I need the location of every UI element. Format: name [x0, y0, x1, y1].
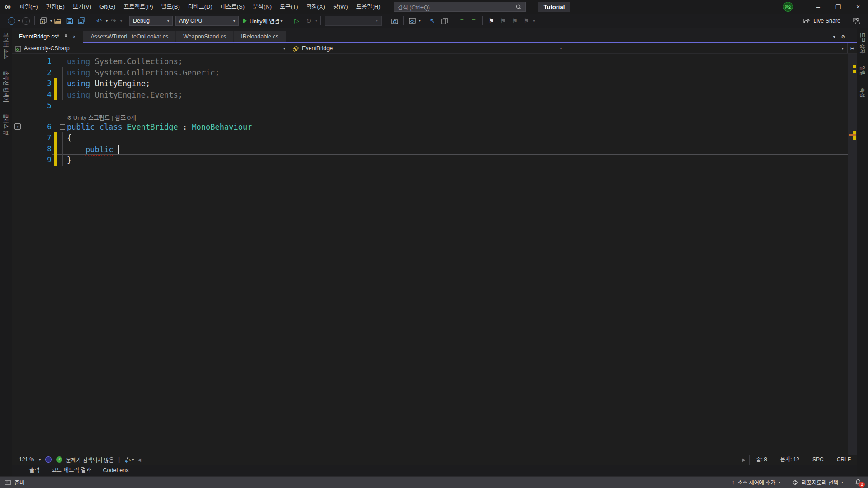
- code-text[interactable]: public: [52, 144, 848, 155]
- maximize-button[interactable]: ❐: [828, 0, 848, 14]
- code-text[interactable]: public class EventBridge : MonoBehaviour: [67, 122, 848, 133]
- project-dropdown[interactable]: Assembly-CSharp ▾: [12, 43, 289, 53]
- configuration-dropdown[interactable]: Debug ▾: [129, 16, 173, 26]
- menu-item-보기(V)[interactable]: 보기(V): [69, 0, 95, 14]
- panel-tab-코드 메트릭 결과[interactable]: 코드 메트릭 결과: [46, 465, 97, 476]
- editor-health-icon[interactable]: [45, 456, 52, 463]
- menu-item-분석(N)[interactable]: 분석(N): [249, 0, 276, 14]
- codelens-unity-label[interactable]: Unity 스크립트: [73, 114, 110, 121]
- restart-button[interactable]: ↻: [303, 15, 314, 26]
- line-ending-indicator[interactable]: CRLF: [830, 455, 857, 465]
- codelens-indicator[interactable]: ⚙Unity 스크립트|참조 0개: [67, 114, 136, 121]
- split-editor-icon[interactable]: ⊟: [850, 46, 854, 52]
- tab-settings-gear-icon[interactable]: ⚙: [841, 34, 845, 40]
- menu-item-도구(T)[interactable]: 도구(T): [276, 0, 302, 14]
- close-button[interactable]: ×: [848, 0, 868, 14]
- undo-caret-icon[interactable]: ▾: [106, 19, 108, 23]
- menu-item-테스트(S)[interactable]: 테스트(S): [217, 0, 249, 14]
- undo-button[interactable]: ↶: [94, 15, 104, 26]
- menu-item-도움말(H)[interactable]: 도움말(H): [352, 0, 385, 14]
- panel-tab-CodeLens[interactable]: CodeLens: [97, 465, 134, 476]
- fold-collapse-icon[interactable]: −: [60, 59, 65, 64]
- panel-tab-출력[interactable]: 출력: [24, 465, 46, 476]
- next-bookmark-button[interactable]: ⚑: [509, 15, 520, 26]
- code-text[interactable]: using UnityEngine;: [67, 78, 848, 89]
- column-indicator[interactable]: 문자: 12: [774, 455, 806, 465]
- select-repository-button[interactable]: 리포지토리 선택 ▴: [792, 479, 843, 486]
- close-tab-icon[interactable]: ×: [73, 34, 75, 39]
- navigate-forward-button[interactable]: →: [20, 15, 31, 26]
- tab-eventbridge-cs-[interactable]: EventBridge.cs*×: [12, 31, 83, 42]
- gutter-glyph-icon[interactable]: ↑: [14, 123, 21, 130]
- tab-ireloadable-cs[interactable]: IReloadable.cs: [234, 31, 286, 42]
- type-dropdown[interactable]: EventBridge ▾: [289, 43, 566, 53]
- decrease-indent-button[interactable]: ≡: [457, 15, 467, 26]
- rail-tab-알림[interactable]: 알림: [859, 66, 867, 76]
- code-line[interactable]: 9}: [12, 155, 848, 166]
- member-dropdown[interactable]: ▾: [566, 43, 848, 53]
- code-text[interactable]: using UnityEngine.Events;: [67, 89, 848, 101]
- active-files-dropdown-icon[interactable]: ▾: [833, 34, 836, 40]
- rail-tab-솔루션 탐색기[interactable]: 솔루션 탐색기: [2, 71, 10, 103]
- rail-tab-데이터 소스[interactable]: 데이터 소스: [2, 33, 10, 59]
- navigate-back-button[interactable]: ←: [6, 15, 17, 26]
- code-text[interactable]: using System.Collections.Generic;: [67, 67, 848, 79]
- code-line[interactable]: 3using UnityEngine;: [12, 78, 848, 89]
- platform-dropdown[interactable]: Any CPU ▾: [175, 16, 239, 26]
- tab-assets-tutori-teonlookat-cs[interactable]: Assets₩Tutori...teOnLookat.cs: [83, 31, 176, 42]
- code-line[interactable]: 8 public: [12, 144, 848, 155]
- menu-item-창(W)[interactable]: 창(W): [329, 0, 352, 14]
- codelens-references-label[interactable]: 참조 0개: [115, 114, 136, 121]
- restart-caret-icon[interactable]: ▾: [316, 19, 317, 23]
- code-editor[interactable]: 1−using System.Collections;2using System…: [12, 54, 857, 455]
- rail-tab-도구 상자[interactable]: 도구 상자: [859, 33, 867, 54]
- code-line[interactable]: 5: [12, 100, 848, 112]
- codelens-row[interactable]: ⚙Unity 스크립트|참조 0개: [12, 112, 848, 122]
- copy-document-button[interactable]: [439, 15, 450, 26]
- fold-collapse-icon[interactable]: −: [60, 124, 65, 130]
- toggle-bookmark-button[interactable]: ⚑: [486, 15, 497, 26]
- send-feedback-button[interactable]: [853, 18, 868, 24]
- menu-item-빌드(B)[interactable]: 빌드(B): [157, 0, 184, 14]
- notifications-button[interactable]: 2: [855, 479, 862, 486]
- redo-caret-icon[interactable]: ▾: [120, 19, 122, 23]
- code-line[interactable]: 2using System.Collections.Generic;: [12, 67, 848, 79]
- code-text[interactable]: using System.Collections;: [67, 56, 848, 67]
- menu-item-편집(E)[interactable]: 편집(E): [42, 0, 69, 14]
- solution-name[interactable]: Tutorial: [538, 2, 571, 12]
- new-caret-icon[interactable]: ▾: [50, 19, 52, 23]
- new-project-button[interactable]: [38, 15, 49, 26]
- live-share-button[interactable]: Live Share: [803, 18, 853, 24]
- code-text[interactable]: {: [67, 132, 848, 144]
- clear-bookmarks-button[interactable]: ⚑: [521, 15, 532, 26]
- code-line[interactable]: 7{: [12, 132, 848, 144]
- rail-tab-속성[interactable]: 속성: [859, 88, 867, 98]
- tab-weaponstand-cs[interactable]: WeaponStand.cs: [176, 31, 234, 42]
- code-text[interactable]: [67, 100, 848, 112]
- code-line[interactable]: 1−using System.Collections;: [12, 56, 848, 67]
- spaces-indicator[interactable]: SPC: [806, 455, 830, 465]
- code-cleanup-button[interactable]: [124, 456, 131, 463]
- increase-indent-button[interactable]: ≡: [468, 15, 479, 26]
- search-input[interactable]: 검색 (Ctrl+Q): [394, 2, 526, 12]
- back-caret-icon[interactable]: ▾: [18, 19, 20, 23]
- hscroll-left-icon[interactable]: ◀: [134, 457, 145, 462]
- menu-item-확장(X)[interactable]: 확장(X): [302, 0, 329, 14]
- account-avatar[interactable]: 민오: [783, 2, 793, 12]
- code-line[interactable]: 4using UnityEngine.Events;: [12, 89, 848, 101]
- vertical-scrollbar[interactable]: [848, 54, 857, 455]
- menu-item-파일(F)[interactable]: 파일(F): [15, 0, 42, 14]
- code-text[interactable]: }: [67, 155, 848, 166]
- attach-to-unity-button[interactable]: Unity에 연결 ▾: [240, 17, 285, 25]
- save-all-button[interactable]: [76, 15, 87, 26]
- code-text[interactable]: ⚙Unity 스크립트|참조 0개: [67, 112, 848, 122]
- add-to-source-control-button[interactable]: ↑ 소스 제어에 추가 ▴: [731, 479, 780, 486]
- menu-item-Git(G)[interactable]: Git(G): [95, 0, 119, 14]
- solution-explorer-home-button[interactable]: [407, 15, 418, 26]
- code-line[interactable]: ↑6−public class EventBridge : MonoBehavi…: [12, 122, 848, 133]
- bookmark-caret-icon[interactable]: ▾: [533, 19, 535, 23]
- redo-button[interactable]: ↷: [108, 15, 119, 26]
- rail-tab-클래스 뷰[interactable]: 클래스 뷰: [2, 114, 10, 136]
- start-without-debugging-button[interactable]: ▷: [292, 15, 302, 26]
- save-button[interactable]: [64, 15, 75, 26]
